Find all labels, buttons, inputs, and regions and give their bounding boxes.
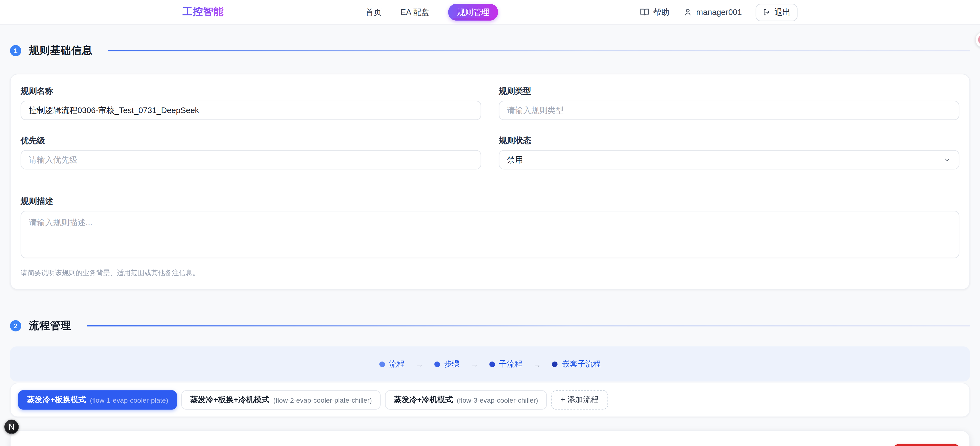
priority-input[interactable]	[21, 150, 481, 169]
flow-hierarchy-legend: 流程 → 步骤 → 子流程 → 嵌套子流程	[10, 346, 970, 381]
main-nav: 首页 EA 配盘 规则管理	[366, 6, 498, 18]
legend-dot	[434, 361, 440, 367]
nav-item-ea-config[interactable]: EA 配盘	[401, 6, 430, 18]
legend-dot	[552, 361, 557, 367]
logout-button[interactable]: 退出	[756, 3, 797, 21]
legend-label: 步骤	[444, 358, 460, 369]
legend-item-nested-subflow: 嵌套子流程	[552, 358, 601, 369]
top-nav-bar: 工控智能 首页 EA 配盘 规则管理 帮助	[0, 0, 980, 25]
logout-label: 退出	[774, 6, 791, 18]
username: manager001	[696, 8, 742, 17]
arrow-right-icon: →	[415, 359, 423, 369]
field-rule-status: 规则状态 禁用	[499, 135, 959, 170]
legend-label: 流程	[389, 358, 405, 369]
legend-item-subflow: 子流程	[489, 358, 523, 369]
nextjs-dev-badge[interactable]: N	[5, 420, 19, 434]
nav-active-underline	[453, 18, 493, 20]
rule-status-label: 规则状态	[499, 135, 959, 147]
section-divider-line	[87, 325, 970, 326]
flow-tab-name: 蒸发冷+板换+冷机模式	[190, 395, 270, 405]
top-nav-inner: 工控智能 首页 EA 配盘 规则管理 帮助	[183, 3, 797, 21]
flow-tab-id: (flow-3-evap-cooler-chiller)	[457, 396, 538, 404]
rule-status-select[interactable]: 禁用	[499, 150, 959, 169]
help-button[interactable]: 帮助	[640, 6, 669, 18]
legend-label: 子流程	[499, 358, 523, 369]
app-logo: 工控智能	[183, 6, 224, 19]
main-content: 1 规则基础信息 规则名称 规则类型 优先级 规	[0, 44, 980, 446]
user-menu[interactable]: manager001	[683, 8, 742, 17]
legend-dot	[489, 361, 495, 367]
flow-tab-name: 蒸发冷+冷机模式	[394, 395, 453, 405]
rule-status-value: 禁用	[507, 154, 523, 166]
section-basic-info-header: 1 规则基础信息	[10, 44, 970, 57]
nav-item-home[interactable]: 首页	[366, 6, 382, 18]
page: 工控智能 首页 EA 配盘 规则管理 帮助	[0, 0, 980, 446]
rule-type-label: 规则类型	[499, 86, 959, 97]
user-icon	[683, 8, 692, 17]
rule-description-helper: 请简要说明该规则的业务背景、适用范围或其他备注信息。	[21, 268, 959, 277]
field-rule-description: 规则描述 请简要说明该规则的业务背景、适用范围或其他备注信息。	[21, 196, 959, 278]
rule-description-label: 规则描述	[21, 196, 959, 207]
legend-label: 嵌套子流程	[562, 358, 601, 369]
section-number-badge: 2	[10, 320, 21, 331]
floating-action-button-dot	[978, 35, 980, 45]
book-icon	[640, 8, 649, 17]
legend-dot	[379, 361, 385, 367]
help-label: 帮助	[653, 6, 669, 18]
rule-description-textarea[interactable]	[21, 211, 959, 258]
logout-icon	[762, 8, 771, 16]
legend-item-flow: 流程	[379, 358, 405, 369]
legend-item-step: 步骤	[434, 358, 460, 369]
flow-tab-bar: 蒸发冷+板换模式 (flow-1-evap-cooler-plate) 蒸发冷+…	[10, 383, 970, 417]
section-number-badge: 1	[10, 45, 21, 56]
rule-name-label: 规则名称	[21, 86, 481, 97]
arrow-right-icon: →	[533, 359, 541, 369]
flow-editor-card: 流程编辑 删除当前流程	[10, 430, 970, 446]
flow-tab-id: (flow-2-evap-cooler-plate-chiller)	[273, 396, 372, 404]
flow-tab-2[interactable]: 蒸发冷+板换+冷机模式 (flow-2-evap-cooler-plate-ch…	[181, 390, 381, 409]
nav-item-rule-management-wrap: 规则管理	[448, 6, 498, 18]
delete-current-flow-button[interactable]: 删除当前流程	[894, 444, 959, 446]
header-right-cluster: 帮助 manager001 退出	[640, 3, 797, 21]
field-rule-type: 规则类型	[499, 86, 959, 120]
priority-label: 优先级	[21, 135, 481, 147]
section-divider-line	[108, 50, 970, 51]
rule-type-input[interactable]	[499, 100, 959, 120]
flow-tab-3[interactable]: 蒸发冷+冷机模式 (flow-3-evap-cooler-chiller)	[385, 390, 547, 409]
flow-tab-id: (flow-1-evap-cooler-plate)	[90, 396, 168, 404]
arrow-right-icon: →	[470, 359, 478, 369]
rule-form-grid: 规则名称 规则类型 优先级 规则状态 禁用	[21, 86, 959, 277]
flow-editor-header-row: 流程编辑 删除当前流程	[21, 444, 959, 446]
section-title: 流程管理	[29, 319, 72, 333]
field-priority: 优先级	[21, 135, 481, 170]
section-title: 规则基础信息	[29, 44, 93, 57]
flow-tab-1[interactable]: 蒸发冷+板换模式 (flow-1-evap-cooler-plate)	[18, 390, 177, 409]
chevron-down-icon	[943, 156, 951, 164]
flow-tab-name: 蒸发冷+板换模式	[27, 395, 86, 405]
rule-basic-info-card: 规则名称 规则类型 优先级 规则状态 禁用	[10, 74, 970, 289]
section-flow-management-header: 2 流程管理	[10, 319, 970, 333]
field-rule-name: 规则名称	[21, 86, 481, 120]
add-flow-button[interactable]: + 添加流程	[551, 390, 608, 409]
rule-name-input[interactable]	[21, 100, 481, 120]
